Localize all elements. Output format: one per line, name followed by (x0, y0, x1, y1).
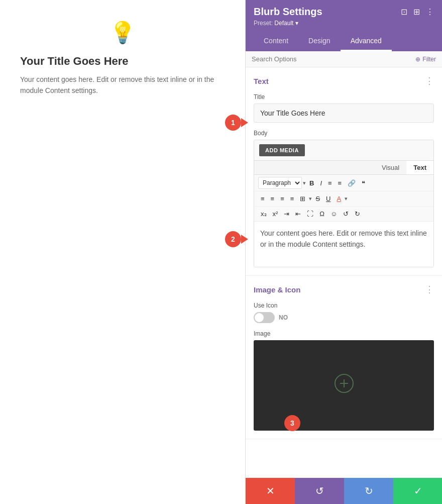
image-section-title: Image & Icon (254, 285, 300, 294)
text-section-menu-icon[interactable]: ⋮ (425, 75, 434, 86)
save-button[interactable]: ✓ (393, 478, 442, 504)
body-field-label: Body (254, 130, 434, 137)
panel-title: Blurb Settings (254, 6, 322, 18)
preview-icon: 💡 (20, 20, 225, 45)
bold-button[interactable]: B (307, 178, 316, 188)
undo-icon: ↺ (315, 485, 324, 497)
redo-toolbar-button[interactable]: ↻ (352, 209, 363, 219)
ul-button[interactable]: ≡ (325, 178, 335, 188)
table-chevron: ▾ (309, 195, 312, 202)
preview-title: Your Title Goes Here (20, 55, 225, 68)
search-input[interactable] (252, 55, 415, 63)
more-icon[interactable]: ⋮ (426, 7, 434, 17)
subscript-button[interactable]: x₂ (258, 209, 269, 219)
filter-label: Filter (422, 56, 436, 63)
align-center-button[interactable]: ≡ (268, 193, 277, 204)
image-section-header: Image & Icon ⋮ (254, 284, 434, 295)
redo-button[interactable]: ↻ (344, 478, 393, 504)
chevron-down-icon: ▾ (303, 180, 306, 186)
expand-icon[interactable]: ⊡ (401, 7, 407, 17)
text-section-title: Text (254, 77, 269, 85)
editor-content[interactable]: Your content goes here. Edit or remove t… (254, 222, 433, 267)
add-media-button[interactable]: ADD MEDIA (259, 144, 305, 156)
outdent-button[interactable]: ⇤ (293, 209, 303, 219)
paragraph-select[interactable]: Paragraph (258, 177, 302, 189)
align-center-icon: ≡ (271, 195, 275, 203)
subscript-icon: x₂ (261, 210, 267, 218)
use-icon-label: Use Icon (254, 302, 434, 309)
toggle-row: NO (254, 312, 434, 323)
lightbulb-icon: 💡 (109, 20, 136, 45)
align-left-button[interactable]: ≡ (258, 193, 267, 204)
link-button[interactable]: 🔗 (345, 178, 358, 188)
superscript-button[interactable]: x² (270, 209, 281, 219)
columns-icon[interactable]: ⊞ (413, 7, 420, 17)
panel-tabs: Content Design Advanced (254, 32, 434, 51)
align-right-icon: ≡ (280, 195, 284, 203)
editor-tab-visual[interactable]: Visual (375, 161, 406, 174)
image-placeholder[interactable] (254, 340, 434, 431)
indent-button[interactable]: ⇥ (281, 209, 292, 219)
emoji-button[interactable]: ☺ (328, 209, 340, 219)
strikethrough-icon: S (315, 195, 320, 203)
text-section: Text ⋮ Title Body ADD MEDIA Visual Text … (246, 67, 442, 276)
undo-toolbar-button[interactable]: ↺ (341, 209, 351, 219)
color-icon: A (337, 195, 341, 203)
editor-tabs: Visual Text (254, 161, 433, 175)
redo-icon: ↻ (365, 485, 373, 497)
toolbar-row-3: x₂ x² ⇥ ⇤ ⛶ Ω ☺ ↺ ↻ (254, 207, 433, 222)
panel-header-icons: ⊡ ⊞ ⋮ (401, 7, 434, 17)
image-section: Image & Icon ⋮ Use Icon NO Image (246, 276, 442, 439)
omega-icon: Ω (319, 210, 324, 218)
italic-icon: I (320, 179, 322, 187)
preset-value[interactable]: Default ▾ (274, 20, 298, 27)
tab-content[interactable]: Content (254, 32, 298, 51)
align-left-icon: ≡ (261, 195, 265, 203)
toolbar-row-2: ≡ ≡ ≡ ≡ ⊞ ▾ S U A ▾ (254, 191, 433, 207)
text-section-header: Text ⋮ (254, 75, 434, 86)
underline-icon: U (326, 195, 330, 203)
preview-body: Your content goes here. Edit or remove t… (20, 74, 225, 96)
redo-toolbar-icon: ↻ (355, 210, 360, 218)
panel-content: Text ⋮ Title Body ADD MEDIA Visual Text … (246, 67, 442, 504)
justify-button[interactable]: ≡ (288, 193, 297, 204)
step-number-3: 3 (284, 415, 300, 431)
tab-advanced[interactable]: Advanced (341, 32, 392, 51)
image-section-menu-icon[interactable]: ⋮ (425, 284, 434, 295)
undo-button[interactable]: ↺ (295, 478, 344, 504)
color-button[interactable]: A (334, 193, 344, 204)
align-right-button[interactable]: ≡ (278, 193, 287, 204)
step-badge-2: 2 (225, 231, 248, 247)
italic-button[interactable]: I (317, 178, 324, 188)
bottom-toolbar: ✕ ↺ ↻ ✓ (246, 478, 442, 504)
ol-button[interactable]: ≡ (336, 178, 345, 188)
table-button[interactable]: ⊞ (297, 193, 308, 204)
step-arrow-2 (241, 235, 248, 244)
omega-button[interactable]: Ω (317, 209, 327, 219)
title-input[interactable] (254, 104, 434, 123)
toggle-value-label: NO (279, 314, 288, 321)
bold-icon: B (309, 179, 314, 187)
justify-icon: ≡ (290, 195, 294, 203)
cancel-button[interactable]: ✕ (246, 478, 295, 504)
underline-button[interactable]: U (323, 193, 333, 204)
link-icon: 🔗 (348, 179, 356, 187)
upload-icon (334, 373, 354, 397)
cancel-icon: ✕ (266, 485, 275, 497)
table-icon: ⊞ (300, 195, 305, 203)
indent-icon: ⇥ (284, 210, 289, 218)
step-number-1: 1 (225, 115, 241, 131)
use-icon-toggle[interactable] (254, 312, 275, 323)
ul-icon: ≡ (328, 179, 332, 187)
panel-header-top: Blurb Settings ⊡ ⊞ ⋮ (254, 6, 434, 18)
add-media-bar: ADD MEDIA (254, 140, 433, 161)
settings-panel: Blurb Settings ⊡ ⊞ ⋮ Preset: Default ▾ C… (245, 0, 442, 504)
filter-button[interactable]: ⊕ Filter (415, 56, 436, 63)
fullscreen-icon: ⛶ (307, 210, 313, 218)
fullscreen-button[interactable]: ⛶ (304, 209, 316, 219)
editor-tab-text[interactable]: Text (406, 161, 433, 174)
panel-header: Blurb Settings ⊡ ⊞ ⋮ Preset: Default ▾ C… (246, 0, 442, 51)
tab-design[interactable]: Design (298, 32, 341, 51)
quote-button[interactable]: ❝ (359, 178, 368, 188)
strikethrough-button[interactable]: S (313, 193, 322, 204)
